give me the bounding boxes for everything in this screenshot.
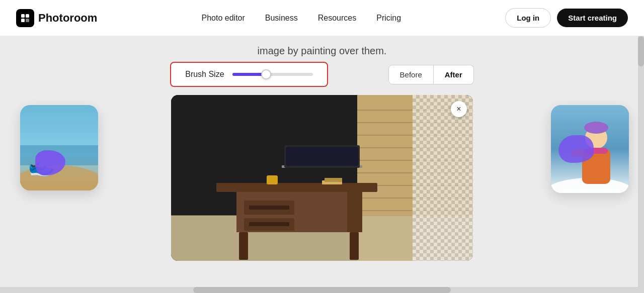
controls-row: Brush Size Before After [0, 62, 644, 87]
svg-rect-3 [26, 19, 29, 22]
floating-card-left: 👟 [20, 105, 98, 190]
svg-point-42 [584, 122, 608, 134]
svg-rect-28 [249, 222, 289, 226]
svg-rect-31 [350, 232, 359, 260]
svg-rect-29 [347, 192, 362, 232]
nav-business[interactable]: Business [265, 14, 298, 23]
svg-rect-35 [286, 147, 358, 166]
checkerboard-bg [413, 95, 473, 261]
floating-card-right [551, 105, 629, 193]
scrollbar-bottom[interactable] [0, 287, 644, 293]
sneakers-card-bg: 👟 [20, 105, 98, 190]
start-creating-button[interactable]: Start creating [557, 9, 628, 27]
svg-rect-36 [267, 175, 278, 184]
nav-resources[interactable]: Resources [318, 14, 356, 23]
main-content: image by painting over them. Brush Size … [0, 36, 644, 293]
svg-rect-38 [325, 178, 342, 182]
nav-pricing[interactable]: Pricing [376, 14, 401, 23]
svg-rect-26 [249, 206, 289, 210]
subtitle-text: image by painting over them. [0, 36, 644, 62]
scrollbar-right[interactable] [638, 36, 644, 287]
svg-rect-1 [26, 14, 29, 18]
image-area-wrapper: 👟 [0, 95, 644, 261]
scrollbar-thumb-horizontal[interactable] [193, 287, 451, 293]
navbar: Photoroom Photo editor Business Resource… [0, 0, 644, 36]
logo-icon [16, 9, 34, 27]
navbar-actions: Log in Start creating [505, 8, 628, 28]
purple-blob-right [558, 135, 594, 163]
logo-text: Photoroom [38, 12, 97, 25]
after-button[interactable]: After [434, 65, 474, 84]
logo-area: Photoroom [16, 9, 97, 27]
close-button[interactable]: × [451, 101, 467, 117]
brush-slider-thumb[interactable] [261, 69, 271, 79]
before-after-toggle: Before After [388, 65, 474, 84]
svg-rect-0 [21, 14, 25, 18]
main-nav: Photo editor Business Resources Pricing [202, 14, 401, 23]
login-button[interactable]: Log in [505, 8, 551, 28]
brush-slider-track[interactable] [232, 73, 313, 76]
main-image-card: × [171, 95, 473, 261]
svg-rect-23 [216, 183, 377, 192]
before-button[interactable]: Before [388, 65, 434, 84]
brush-size-control: Brush Size [170, 62, 328, 87]
scrollbar-thumb-vertical[interactable] [638, 36, 644, 66]
brush-size-label: Brush Size [185, 70, 224, 79]
svg-rect-30 [239, 232, 248, 260]
person-card-bg [551, 105, 629, 193]
svg-rect-2 [21, 19, 25, 22]
nav-photo-editor[interactable]: Photo editor [202, 14, 245, 23]
